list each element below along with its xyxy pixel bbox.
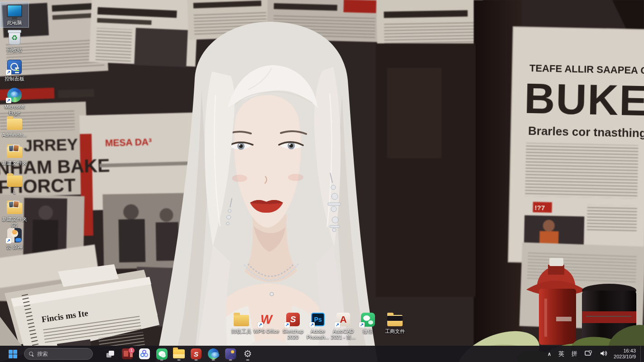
folder-dark-icon: [387, 315, 403, 326]
desktop-icon-label: L: [13, 189, 16, 195]
taskbar-app-edge[interactable]: [206, 347, 221, 361]
desktop-icon-this-pc[interactable]: 此电脑: [0, 2, 29, 28]
desktop-icon-label: 工商文件: [385, 329, 405, 334]
clock-time: 16:43: [614, 348, 636, 354]
desktop-icon-label: 微信: [363, 329, 373, 334]
edge-icon: [208, 348, 219, 359]
desktop-icon-adobe-photoshop[interactable]: Ps ↗ Adobe Photosh...: [303, 310, 332, 342]
file-explorer-icon: [173, 349, 185, 358]
desktop-icon-recycle-bin[interactable]: ♻ 回收站: [0, 29, 29, 55]
clock[interactable]: 16:43 2023/10/9: [612, 347, 639, 361]
taskbar-app-settings[interactable]: ⚙: [240, 347, 255, 361]
network-icon[interactable]: [582, 348, 595, 360]
ime-english-indicator[interactable]: 英: [556, 348, 567, 360]
folder-with-pictures-icon: [7, 147, 22, 158]
windows-logo-icon: [9, 350, 17, 358]
task-view-icon: [106, 351, 114, 357]
folder-icon: [234, 315, 249, 326]
taskbar-app-photos[interactable]: [223, 347, 238, 361]
settings-gear-icon: ⚙: [244, 349, 252, 359]
search-icon: [29, 352, 34, 357]
taskbar: 搜索 1 S ⚙ ∧ 英 拼: [0, 346, 644, 362]
volume-icon[interactable]: [597, 348, 610, 360]
autocad-glyph: A: [340, 314, 346, 325]
desktop-icon-label: 云·原神: [6, 244, 23, 250]
desktop-icon-label: 控制面板: [5, 76, 24, 82]
sketchup-icon: S: [191, 348, 202, 359]
desktop-icon-control-panel[interactable]: ↗ 控制面板: [0, 58, 29, 84]
desktop-icon-label: Sketchup 2020: [279, 329, 307, 340]
photos-icon: [225, 348, 236, 359]
desktop-icon-wechat[interactable]: ↗ 微信: [353, 310, 382, 336]
this-pc-icon: [7, 5, 22, 17]
shortcut-arrow-icon: ↗: [6, 238, 11, 243]
sketchup-glyph: S: [194, 350, 198, 358]
shortcut-arrow-icon: ↗: [359, 322, 365, 328]
trefoil-app-icon: [139, 348, 150, 359]
system-tray: ∧ 英 拼 16:43 2023/10/9: [545, 346, 644, 362]
desktop-icon-label: WPS Office: [254, 329, 279, 334]
folder-icon: [7, 176, 22, 187]
desktop-icon-business-files[interactable]: 工商文件: [380, 310, 409, 336]
desktop-icon-label: Administr...: [2, 132, 27, 138]
desktop-icon-label: 此电脑: [7, 20, 22, 26]
ime-pinyin-indicator[interactable]: 拼: [569, 348, 580, 360]
sketchup-glyph: S: [290, 314, 296, 324]
folder-with-pictures-icon: [7, 203, 22, 214]
taskbar-app-sketchup[interactable]: S: [189, 347, 203, 361]
desktop-icon-folder-l[interactable]: L: [0, 171, 29, 197]
search-input[interactable]: 搜索: [24, 348, 93, 360]
photoshop-glyph: Ps: [314, 316, 322, 323]
folder-icon: [7, 119, 22, 130]
desktop-icon-administrator-folder[interactable]: Administr...: [0, 114, 29, 140]
shortcut-arrow-icon: ↗: [335, 322, 340, 328]
desktop-icon-label: Adobe Photosh...: [304, 329, 332, 340]
search-placeholder: 搜索: [37, 350, 48, 358]
taskbar-app-wechat[interactable]: [154, 347, 169, 361]
desktop-icon-cloud-genshin[interactable]: ↗ 云·原神: [0, 226, 29, 252]
recycle-glyph: ♻: [11, 34, 18, 42]
desktop: JRREY MESA DA³ NHAM BAKE FHORCT: [0, 0, 644, 362]
wallpaper: JRREY MESA DA³ NHAM BAKE FHORCT: [0, 0, 644, 362]
shortcut-arrow-icon: ↗: [6, 70, 11, 75]
desktop-icon-label: 回收站: [7, 47, 22, 53]
recycle-bin-icon: ♻: [9, 31, 20, 45]
notification-badge: 1: [129, 348, 135, 353]
taskbar-app-trefoil[interactable]: [137, 347, 152, 361]
desktop-icon-new-folder-2[interactable]: 新建文件夹 (2): [0, 198, 29, 230]
wechat-icon: [156, 348, 168, 360]
desktop-icon-wps-office[interactable]: W ↗ WPS Office: [252, 310, 281, 336]
start-button[interactable]: [5, 347, 20, 361]
desktop-icon-label: 新建文件夹: [2, 160, 27, 166]
shortcut-arrow-icon: ↗: [6, 98, 11, 103]
desktop-icon-new-folder[interactable]: 新建文件夹: [0, 142, 29, 168]
shortcut-arrow-icon: ↗: [284, 322, 290, 328]
taskbar-app-security[interactable]: 1: [120, 347, 135, 361]
shortcut-arrow-icon: ↗: [309, 322, 315, 328]
desktop-icon-label: 卸载工具: [231, 329, 251, 334]
shortcut-arrow-icon: ↗: [258, 322, 263, 328]
clock-date: 2023/10/9: [614, 354, 636, 360]
task-view-button[interactable]: [103, 347, 117, 361]
desktop-icon-microsoft-edge[interactable]: ↗ Microsoft Edge: [0, 86, 29, 118]
taskbar-app-file-explorer[interactable]: [172, 347, 186, 361]
hidden-icons-chevron[interactable]: ∧: [545, 349, 554, 359]
show-desktop-button[interactable]: [640, 346, 642, 362]
